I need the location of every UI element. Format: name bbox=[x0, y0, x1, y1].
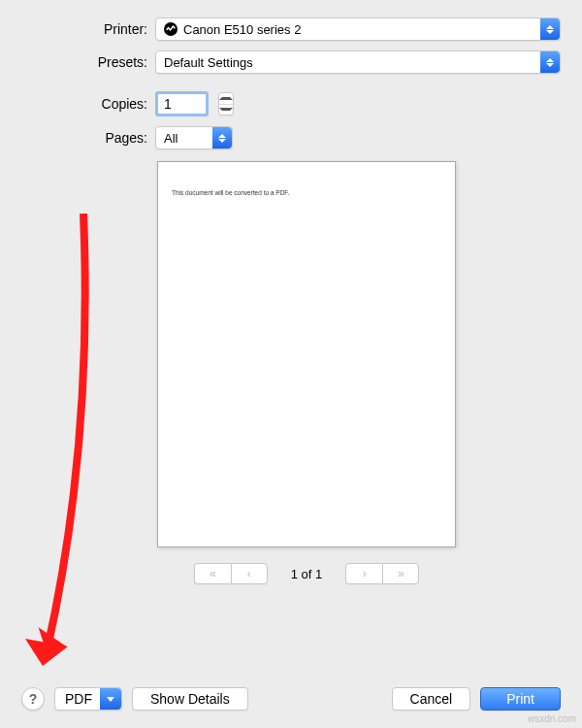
pages-row: Pages: All bbox=[21, 126, 561, 149]
stepper-up-icon[interactable] bbox=[219, 93, 233, 105]
printer-row: Printer: Canon E510 series 2 bbox=[21, 17, 561, 41]
print-button[interactable]: Print bbox=[480, 687, 561, 711]
copies-stepper[interactable] bbox=[218, 92, 234, 116]
dropdown-caret-icon bbox=[540, 51, 560, 73]
copies-label: Copies: bbox=[21, 96, 147, 112]
pdf-button-label: PDF bbox=[65, 691, 92, 707]
page-preview: This document will be converted to a PDF… bbox=[157, 161, 456, 547]
printer-select[interactable]: Canon E510 series 2 bbox=[155, 17, 561, 41]
presets-selected-value: Default Settings bbox=[164, 55, 253, 70]
pdf-menu-button[interactable]: PDF bbox=[54, 687, 122, 711]
cancel-button[interactable]: Cancel bbox=[392, 687, 471, 711]
page-indicator: 1 of 1 bbox=[291, 567, 323, 581]
svg-marker-2 bbox=[25, 639, 68, 666]
help-button[interactable]: ? bbox=[21, 687, 45, 711]
show-details-button[interactable]: Show Details bbox=[132, 687, 248, 711]
stepper-down-icon[interactable] bbox=[219, 105, 233, 116]
pages-label: Pages: bbox=[21, 130, 147, 146]
last-page-button[interactable]: » bbox=[382, 563, 419, 584]
show-details-label: Show Details bbox=[150, 691, 230, 707]
first-page-button[interactable]: « bbox=[194, 563, 231, 584]
copies-input[interactable] bbox=[155, 91, 209, 116]
printer-status-icon bbox=[164, 22, 178, 36]
chevron-double-right-icon: » bbox=[398, 567, 404, 580]
watermark-text: wsxdn.com bbox=[528, 713, 576, 724]
chevron-left-icon: ‹ bbox=[247, 567, 251, 580]
chevron-down-icon bbox=[100, 688, 121, 710]
pages-selected-value: All bbox=[164, 131, 178, 146]
print-dialog: Printer: Canon E510 series 2 Presets: De… bbox=[0, 0, 582, 728]
chevron-double-left-icon: « bbox=[210, 567, 216, 580]
presets-row: Presets: Default Settings bbox=[21, 50, 561, 74]
svg-marker-1 bbox=[32, 627, 70, 657]
cancel-label: Cancel bbox=[410, 691, 453, 707]
chevron-right-icon: › bbox=[363, 567, 367, 580]
preview-document-text: This document will be converted to a PDF… bbox=[172, 189, 441, 196]
print-label: Print bbox=[506, 691, 534, 707]
dropdown-caret-icon bbox=[212, 127, 232, 149]
page-navigation: « ‹ 1 of 1 › » bbox=[157, 563, 456, 584]
presets-label: Presets: bbox=[21, 54, 147, 70]
pages-select[interactable]: All bbox=[155, 126, 233, 149]
copies-row: Copies: bbox=[21, 91, 561, 116]
dropdown-caret-icon bbox=[540, 18, 560, 40]
printer-label: Printer: bbox=[21, 21, 147, 37]
presets-select[interactable]: Default Settings bbox=[155, 50, 561, 74]
help-icon: ? bbox=[29, 691, 38, 707]
bottom-toolbar: ? PDF Show Details Cancel Print bbox=[0, 674, 582, 728]
printer-selected-value: Canon E510 series 2 bbox=[183, 22, 301, 37]
annotation-arrow-icon bbox=[25, 214, 103, 679]
prev-page-button[interactable]: ‹ bbox=[231, 563, 268, 584]
preview-area: This document will be converted to a PDF… bbox=[157, 161, 456, 584]
next-page-button[interactable]: › bbox=[345, 563, 382, 584]
